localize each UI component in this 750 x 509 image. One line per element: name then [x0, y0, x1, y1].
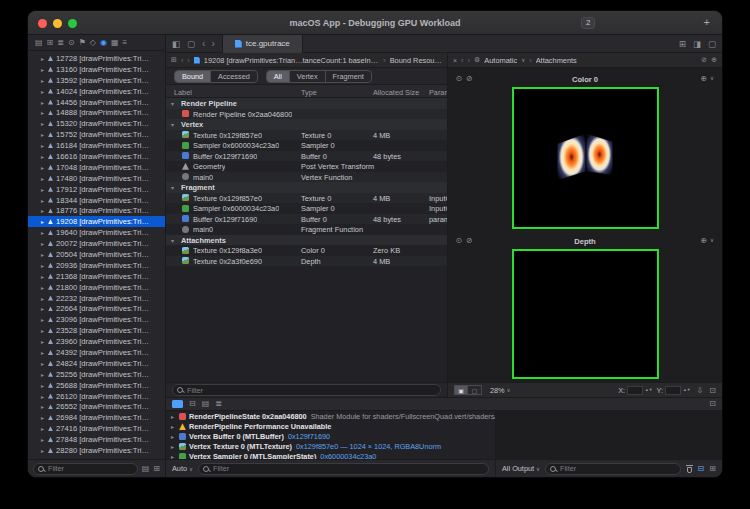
console-view[interactable] [496, 411, 722, 459]
variables-view-icon[interactable]: ⊟ [189, 400, 196, 408]
issues-navigator-icon[interactable]: ⚑ [79, 39, 86, 47]
disclosure-icon[interactable]: ▸ [41, 229, 48, 236]
add-editor-icon[interactable]: ⊞ [679, 39, 686, 49]
resource-row[interactable]: Buffer 0x129f71690Buffer 048 bytes [166, 151, 447, 162]
add-assistant-icon[interactable]: ⊕ [711, 56, 717, 64]
sidebar-item-drawcall[interactable]: ▸19640 [drawPrimitives:Tri… [28, 227, 165, 238]
sidebar-item-drawcall[interactable]: ▸21368 [drawPrimitives:Tri… [28, 271, 165, 282]
compare-icon[interactable]: ⊘ [466, 237, 472, 245]
breadcrumb-automatic[interactable]: Automatic [484, 56, 517, 65]
disclosure-icon[interactable]: ▾ [171, 100, 174, 107]
resource-row[interactable]: Texture 0x129f8a3e0Color 0Zero KB [166, 245, 447, 256]
sidebar-item-drawcall[interactable]: ▸27848 [drawPrimitives:Tri… [28, 434, 165, 445]
debug-variable-row[interactable]: ▸Vertex Sampler 0 (MTLSamplerState)0x600… [166, 451, 495, 459]
resources-filter-input[interactable] [187, 386, 436, 395]
depth-preview[interactable] [512, 249, 659, 379]
settings-icon[interactable]: ⊕ [701, 75, 707, 83]
sidebar-item-drawcall[interactable]: ▸17048 [drawPrimitives:Tri… [28, 162, 165, 173]
disclosure-icon[interactable]: ▸ [41, 349, 48, 356]
sidebar-item-drawcall[interactable]: ▸13160 [drawPrimitives:Tri… [28, 64, 165, 75]
sidebar-item-drawcall[interactable]: ▸16184 [drawPrimitives:Tri… [28, 140, 165, 151]
sidebar-item-drawcall[interactable]: ▸20504 [drawPrimitives:Tri… [28, 249, 165, 260]
sidebar-item-drawcall[interactable]: ▸26984 [drawPrimitives:Tri… [28, 412, 165, 423]
sidebar-item-drawcall[interactable]: ▸14888 [drawPrimitives:Tri… [28, 107, 165, 118]
disclosure-icon[interactable]: ▸ [41, 77, 48, 84]
disclosure-icon[interactable]: ▸ [41, 284, 48, 291]
sidebar-item-drawcall[interactable]: ▸13592 [drawPrimitives:Tri… [28, 75, 165, 86]
disclosure-icon[interactable]: ▸ [41, 338, 48, 345]
resource-group-row[interactable]: ▾Render Pipeline [166, 98, 447, 109]
back-icon[interactable]: ‹ [181, 56, 183, 65]
sidebar-item-drawcall[interactable]: ▸28280 [drawPrimitives:Tri… [28, 445, 165, 456]
tab-fragment[interactable]: Fragment [325, 71, 371, 82]
related-items-icon[interactable]: ◧ [172, 39, 180, 49]
sidebar-item-drawcall[interactable]: ▸18776 [drawPrimitives:Tri… [28, 205, 165, 216]
disclosure-icon[interactable]: ▸ [41, 425, 48, 432]
disclosure-icon[interactable]: ▸ [41, 109, 48, 116]
disclosure-icon[interactable]: ▸ [41, 305, 48, 312]
disclosure-icon[interactable]: ▸ [171, 443, 179, 450]
resource-group-row[interactable]: ▾Fragment [166, 182, 447, 193]
disclosure-icon[interactable]: ▸ [41, 88, 48, 95]
disclosure-icon[interactable]: ▸ [41, 197, 48, 204]
find-navigator-icon[interactable]: ⊙ [68, 39, 75, 47]
disclosure-icon[interactable]: ▸ [171, 433, 179, 440]
symbols-navigator-icon[interactable]: ≣ [57, 39, 64, 47]
disclosure-icon[interactable]: ▸ [41, 295, 48, 302]
forward-icon[interactable]: › [468, 56, 470, 65]
resource-row[interactable]: Sampler 0x6000034c23a0Sampler 0 [166, 140, 447, 151]
disclosure-icon[interactable]: ▸ [171, 413, 179, 420]
disclosure-icon[interactable]: ▸ [41, 240, 48, 247]
sidebar-item-drawcall[interactable]: ▸14456 [drawPrimitives:Tri… [28, 97, 165, 108]
tests-navigator-icon[interactable]: ◇ [90, 39, 96, 47]
sidebar-item-drawcall[interactable]: ▸24824 [drawPrimitives:Tri… [28, 358, 165, 369]
sidebar-item-drawcall[interactable]: ▸14024 [drawPrimitives:Tri… [28, 86, 165, 97]
disclosure-icon[interactable]: ▸ [41, 66, 48, 73]
resource-row[interactable]: Texture 0x129f857e0Texture 04 MB [166, 130, 447, 141]
breakpoints-navigator-icon[interactable]: ▦ [111, 39, 119, 47]
compare-icon[interactable]: ⊘ [466, 75, 472, 83]
group-by-icon[interactable]: ⊞ [153, 464, 160, 473]
color0-preview[interactable] [512, 87, 659, 229]
related-icon[interactable]: ⊞ [171, 56, 177, 64]
sidebar-item-drawcall[interactable]: ▸23096 [drawPrimitives:Tri… [28, 314, 165, 325]
grid-view-button[interactable]: ▣ [454, 385, 468, 395]
clear-console-icon[interactable] [686, 464, 693, 473]
show-console-icon[interactable]: ⊞ [709, 464, 716, 473]
close-window-button[interactable] [38, 19, 47, 28]
sidebar-item-drawcall[interactable]: ▸20072 [drawPrimitives:Tri… [28, 238, 165, 249]
reports-navigator-icon[interactable]: ≡ [123, 39, 128, 47]
resource-group-row[interactable]: ▾Attachments [166, 235, 447, 246]
column-label[interactable]: Label [174, 88, 192, 97]
disclosure-icon[interactable]: ▸ [41, 414, 48, 421]
disclosure-icon[interactable]: ▸ [41, 447, 48, 454]
inspect-pixel-icon[interactable]: ⊙ [456, 75, 462, 83]
disclosure-icon[interactable]: ▸ [41, 382, 48, 389]
x-input[interactable] [627, 386, 643, 395]
disclosure-icon[interactable]: ▸ [41, 327, 48, 334]
sidebar-item-drawcall[interactable]: ▸21800 [drawPrimitives:Tri… [28, 282, 165, 293]
debug-navigator-icon[interactable]: ◉ [100, 39, 107, 47]
disclosure-icon[interactable]: ▸ [41, 99, 48, 106]
breadcrumb-bound-resources[interactable]: Bound Resources [390, 56, 442, 65]
breadcrumb-drawcall[interactable]: 19208 [drawPrimitives:Trian…tanceCount:1… [204, 56, 379, 65]
debug-variable-row[interactable]: ▸RenderPipeline Performance Unavailable [166, 422, 495, 432]
sidebar-item-drawcall[interactable]: ▸26120 [drawPrimitives:Tri… [28, 391, 165, 402]
disclosure-icon[interactable]: ▸ [41, 316, 48, 323]
debug-variable-row[interactable]: ▸Vertex Texture 0 (MTLTexture)0x129f857e… [166, 441, 495, 451]
sidebar-item-drawcall[interactable]: ▸24392 [drawPrimitives:Tri… [28, 347, 165, 358]
disclosure-icon[interactable]: ▸ [41, 371, 48, 378]
breadcrumb-attachments[interactable]: Attachments [536, 56, 577, 65]
back-icon[interactable]: ‹ [461, 56, 463, 65]
disclosure-icon[interactable]: ▾ [171, 121, 174, 128]
x-stepper[interactable]: ▲▼ [645, 388, 653, 392]
minimize-window-button[interactable] [53, 19, 62, 28]
close-assistant-icon[interactable]: × [453, 57, 457, 64]
split-editor-icon[interactable]: ◨ [693, 39, 701, 49]
disclosure-icon[interactable]: ▾ [171, 184, 174, 191]
sidebar-item-drawcall[interactable]: ▸23528 [drawPrimitives:Tri… [28, 325, 165, 336]
forward-icon[interactable]: › [187, 56, 189, 65]
column-type[interactable]: Type [301, 88, 317, 97]
sidebar-item-drawcall[interactable]: ▸23960 [drawPrimitives:Tri… [28, 336, 165, 347]
disclosure-icon[interactable]: ▸ [41, 436, 48, 443]
